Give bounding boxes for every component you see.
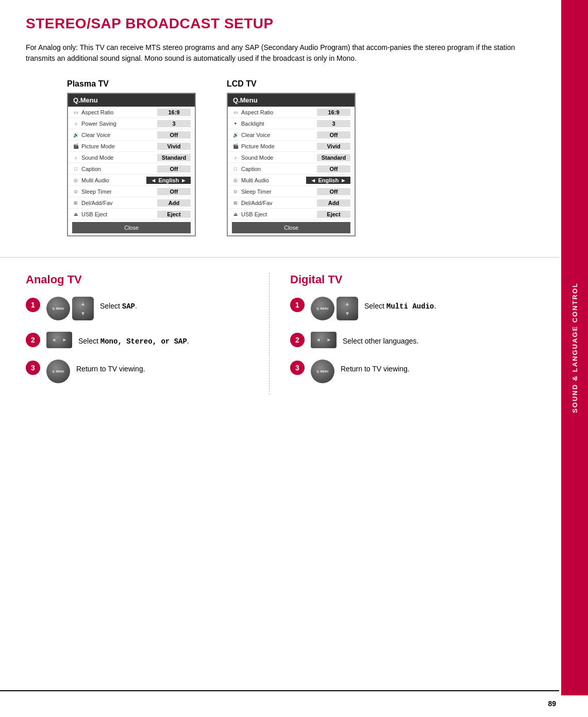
table-row: ▭ Aspect Ratio 16:9: [228, 107, 355, 118]
table-row: ◎ Multi Audio ◄ English ►: [228, 175, 355, 186]
row-label: ⊙ Sleep Timer: [72, 188, 157, 195]
row-label: ✦ Backlight: [232, 120, 317, 127]
row-label: ⏏ USB Eject: [232, 211, 317, 218]
plasma-qmenu-box: Q.Menu ▭ Aspect Ratio 16:9 ☼ Power Savin…: [67, 93, 196, 236]
sound-icon: ♪: [72, 154, 79, 161]
power-icon: ☼: [72, 120, 79, 127]
lcd-qmenu-header: Q.Menu: [228, 94, 355, 107]
row-label: 🔊 Clear Voice: [72, 131, 157, 139]
table-row: ⏏ USB Eject Eject: [68, 209, 195, 220]
step-1-code: SAP: [122, 302, 135, 311]
row-label: ⊞ Del/Add/Fav: [232, 199, 317, 207]
arrow-right-icon: ►: [181, 177, 187, 183]
digital-step-1: 1 Q. MENU ▲ ▼ Select Multi Audio.: [290, 297, 518, 320]
row-value: Standard: [317, 154, 350, 161]
row-label: ◎ Multi Audio: [72, 177, 146, 184]
row-value: 3: [157, 120, 191, 127]
page-title: STEREO/SAP BROADCAST SETUP: [26, 15, 518, 32]
table-row: ♪ Sound Mode Standard: [68, 152, 195, 163]
table-row: ⏏ USB Eject Eject: [228, 209, 355, 220]
nav-vertical-button[interactable]: ▲ ▼: [72, 297, 94, 320]
picture-icon: 🎬: [232, 143, 239, 150]
step-number-1: 1: [26, 298, 40, 312]
tv-panels: Plasma TV Q.Menu ▭ Aspect Ratio 16:9 ☼ P…: [26, 79, 518, 236]
row-label: ◎ Multi Audio: [232, 177, 306, 184]
row-label: ☼ Power Saving: [72, 120, 157, 127]
arrow-right-icon: ►: [62, 337, 68, 343]
digital-step-number-3: 3: [290, 361, 305, 375]
usb-icon: ⏏: [232, 211, 239, 218]
lcd-close-button[interactable]: Close: [232, 222, 350, 233]
table-row: 🎬 Picture Mode Vivid: [68, 141, 195, 152]
step-3-buttons: Q. MENU: [46, 360, 70, 383]
digital-nav-vertical-button[interactable]: ▲ ▼: [337, 297, 358, 320]
row-value: Add: [317, 199, 350, 207]
del-icon: ⊞: [72, 199, 79, 207]
voice-icon: 🔊: [232, 131, 239, 139]
digital-step-number-2: 2: [290, 333, 305, 347]
step-2-code: Mono, Stereo, or SAP: [100, 337, 187, 346]
row-label: ♪ Sound Mode: [232, 154, 317, 161]
row-label: □ Caption: [72, 165, 157, 173]
row-value: Add: [157, 199, 191, 207]
digital-step-1-text: Select Multi Audio.: [364, 301, 436, 312]
row-value-highlighted: ◄ English ►: [146, 177, 191, 184]
qmenu-button[interactable]: Q. MENU: [46, 297, 70, 320]
digital-nav-horizontal-button[interactable]: ◄ ►: [311, 332, 337, 348]
table-row: ⊙ Sleep Timer Off: [68, 186, 195, 197]
row-label: ⊙ Sleep Timer: [232, 188, 317, 195]
step-3-text: Return to TV viewing.: [76, 364, 145, 374]
plasma-tv-panel: Plasma TV Q.Menu ▭ Aspect Ratio 16:9 ☼ P…: [67, 79, 196, 236]
voice-icon: 🔊: [72, 131, 79, 139]
intro-paragraph: For Analog only: This TV can receive MTS…: [26, 42, 515, 64]
row-value: Off: [157, 131, 191, 139]
row-value: 16:9: [157, 109, 191, 116]
step-2-buttons: ◄ ►: [46, 332, 72, 348]
arrow-left-icon: ◄: [310, 177, 316, 183]
plasma-tv-title: Plasma TV: [67, 79, 109, 89]
plasma-qmenu-header: Q.Menu: [68, 94, 195, 107]
row-value-highlighted: ◄ English ►: [306, 177, 350, 184]
digital-arrow-down-icon: ▼: [345, 311, 350, 316]
sidebar-label: SOUND & LANGUAGE CONTROL: [571, 282, 579, 413]
analog-step-1: 1 Q. MENU ▲ ▼ Select SAP.: [26, 297, 254, 320]
row-value: Off: [157, 188, 191, 195]
table-row: ⊞ Del/Add/Fav Add: [228, 197, 355, 209]
digital-step-3-buttons: Q. MENU: [311, 360, 334, 383]
picture-icon: 🎬: [72, 143, 79, 150]
row-label: ▭ Aspect Ratio: [232, 109, 317, 116]
rect-icon: ▭: [232, 109, 239, 116]
row-value: 3: [317, 120, 350, 127]
table-row: □ Caption Off: [68, 163, 195, 175]
row-label: ♪ Sound Mode: [72, 154, 157, 161]
row-label: ⏏ USB Eject: [72, 211, 157, 218]
row-value: Eject: [317, 211, 350, 218]
main-content: STEREO/SAP BROADCAST SETUP For Analog on…: [0, 0, 559, 410]
digital-arrow-right-icon: ►: [327, 337, 332, 343]
qmenu-button-2[interactable]: Q. MENU: [46, 360, 70, 383]
row-value: Vivid: [157, 143, 191, 150]
multi-audio-icon: ◎: [232, 177, 239, 184]
rect-icon: ▭: [72, 109, 79, 116]
digital-qmenu-button[interactable]: Q. MENU: [311, 297, 334, 320]
digital-tv-title: Digital TV: [290, 273, 518, 286]
sleep-icon: ⊙: [232, 188, 239, 195]
sidebar: SOUND & LANGUAGE CONTROL: [561, 0, 588, 695]
del-icon: ⊞: [232, 199, 239, 207]
plasma-close-button[interactable]: Close: [72, 222, 191, 233]
arrow-down-icon: ▼: [80, 311, 86, 316]
table-row: ✦ Backlight 3: [228, 118, 355, 129]
nav-horizontal-button[interactable]: ◄ ►: [46, 332, 72, 348]
digital-step-2-text: Select other languages.: [343, 336, 418, 347]
digital-step-2-buttons: ◄ ►: [311, 332, 337, 348]
table-row: ▭ Aspect Ratio 16:9: [68, 107, 195, 118]
table-row: ⊞ Del/Add/Fav Add: [68, 197, 195, 209]
table-row: 🔊 Clear Voice Off: [228, 129, 355, 141]
digital-step-3: 3 Q. MENU Return to TV viewing.: [290, 360, 518, 383]
analog-step-2: 2 ◄ ► Select Mono, Stereo, or SAP.: [26, 332, 254, 348]
row-value: 16:9: [317, 109, 350, 116]
row-label: □ Caption: [232, 165, 317, 173]
section-divider: [0, 257, 559, 258]
digital-qmenu-label: Q. MENU: [317, 307, 329, 310]
digital-qmenu-button-2[interactable]: Q. MENU: [311, 360, 334, 383]
